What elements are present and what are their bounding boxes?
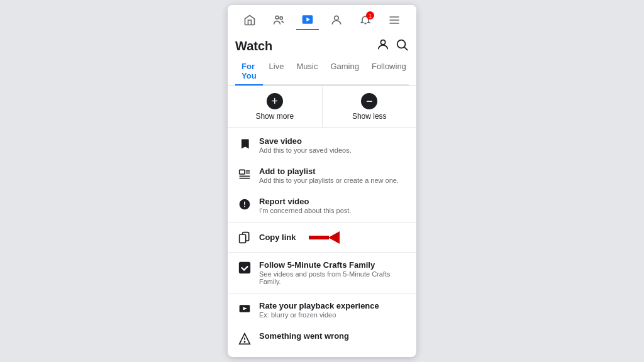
account-icon[interactable] — [376, 38, 390, 54]
follow-subtitle: See videos and posts from 5-Minute Craft… — [259, 270, 406, 285]
watch-nav-icon[interactable] — [296, 10, 319, 30]
menu-item-save-video[interactable]: Save video Add this to your saved videos… — [228, 130, 416, 160]
svg-line-10 — [404, 47, 408, 50]
action-menu-modal: + Show more − Show less — [228, 86, 416, 357]
arrow-indicator — [309, 231, 340, 244]
add-playlist-text: Add to playlist Add this to your playlis… — [259, 167, 399, 184]
divider-2 — [228, 252, 416, 253]
profile-nav-icon[interactable] — [325, 10, 348, 30]
tab-for-you[interactable]: For You — [235, 58, 263, 85]
svg-point-23 — [244, 341, 245, 342]
copy-link-icon — [238, 231, 252, 244]
playlist-icon — [238, 167, 252, 181]
notifications-nav-icon[interactable]: 1 — [354, 10, 377, 30]
save-video-subtitle: Add this to your saved videos. — [259, 146, 352, 154]
tab-music[interactable]: Music — [290, 58, 324, 85]
copy-link-title: Copy link — [259, 233, 296, 242]
add-playlist-subtitle: Add this to your playlists or create a n… — [259, 177, 399, 184]
arrow-shaft — [309, 236, 329, 239]
svg-point-4 — [335, 16, 339, 20]
phone-container: 1 Watch — [228, 5, 416, 357]
save-video-text: Save video Add this to your saved videos… — [259, 136, 352, 154]
arrow-head — [328, 231, 340, 244]
menu-item-copy-link[interactable]: Copy link — [228, 224, 416, 251]
report-text: Report video I'm concerned about this po… — [259, 197, 351, 214]
tab-following[interactable]: Following — [365, 58, 413, 85]
menu-item-rate-playback[interactable]: Rate your playback experience Ex: blurry… — [228, 295, 416, 325]
menu-item-report[interactable]: Report video I'm concerned about this po… — [228, 190, 416, 221]
warning-icon — [238, 332, 252, 346]
rate-playback-subtitle: Ex: blurry or frozen video — [259, 311, 379, 319]
watch-header: Watch — [235, 35, 409, 58]
watch-title: Watch — [235, 39, 272, 53]
tabs-row: For You Live Music Gaming Following — [235, 58, 409, 85]
follow-title: Follow 5-Minute Crafts Family — [259, 260, 406, 270]
show-less-label: Show less — [352, 112, 387, 121]
something-wrong-text: Something went wrong — [259, 331, 349, 341]
report-title: Report video — [259, 197, 351, 206]
friends-nav-icon[interactable] — [267, 10, 290, 30]
minus-icon: − — [361, 93, 377, 109]
top-nav: 1 Watch — [228, 5, 416, 86]
watch-header-actions — [376, 38, 409, 54]
video-rate-icon — [238, 302, 252, 315]
svg-point-1 — [280, 17, 282, 19]
svg-point-0 — [275, 16, 279, 19]
save-video-title: Save video — [259, 136, 352, 146]
rate-playback-title: Rate your playback experience — [259, 301, 379, 310]
svg-rect-18 — [239, 262, 250, 273]
follow-check-icon — [238, 261, 252, 275]
nav-icons-row: 1 — [235, 10, 409, 35]
tab-gaming[interactable]: Gaming — [324, 58, 365, 85]
menu-item-add-playlist[interactable]: Add to playlist Add this to your playlis… — [228, 160, 416, 190]
notification-badge: 1 — [366, 11, 374, 19]
follow-text-block: Follow 5-Minute Crafts Family See videos… — [259, 260, 406, 285]
tab-live[interactable]: Live — [263, 58, 291, 85]
divider-3 — [228, 293, 416, 293]
report-icon — [238, 197, 252, 211]
show-options-row: + Show more − Show less — [228, 87, 416, 128]
search-icon[interactable] — [395, 38, 409, 54]
svg-rect-11 — [240, 170, 245, 174]
menu-item-follow[interactable]: Follow 5-Minute Crafts Family See videos… — [228, 254, 416, 292]
svg-rect-17 — [240, 234, 246, 243]
content-area: · Follow ··· ✕ + Show more − — [228, 86, 416, 357]
modal-overlay: + Show more − Show less — [228, 86, 416, 357]
menu-nav-icon[interactable] — [383, 10, 406, 30]
copy-link-text: Copy link — [259, 233, 296, 242]
home-nav-icon[interactable] — [238, 10, 261, 30]
something-wrong-title: Something went wrong — [259, 331, 349, 341]
svg-point-8 — [380, 40, 385, 45]
menu-item-something-wrong[interactable]: Something went wrong — [228, 325, 416, 352]
divider-1 — [228, 222, 416, 222]
add-playlist-title: Add to playlist — [259, 167, 399, 176]
bookmark-icon — [238, 137, 252, 151]
show-more-button[interactable]: + Show more — [228, 87, 323, 127]
svg-point-9 — [397, 40, 406, 48]
show-more-label: Show more — [255, 112, 294, 121]
report-subtitle: I'm concerned about this post. — [259, 207, 351, 214]
show-less-button[interactable]: − Show less — [323, 87, 417, 127]
plus-icon: + — [267, 93, 283, 109]
rate-playback-text: Rate your playback experience Ex: blurry… — [259, 301, 379, 319]
